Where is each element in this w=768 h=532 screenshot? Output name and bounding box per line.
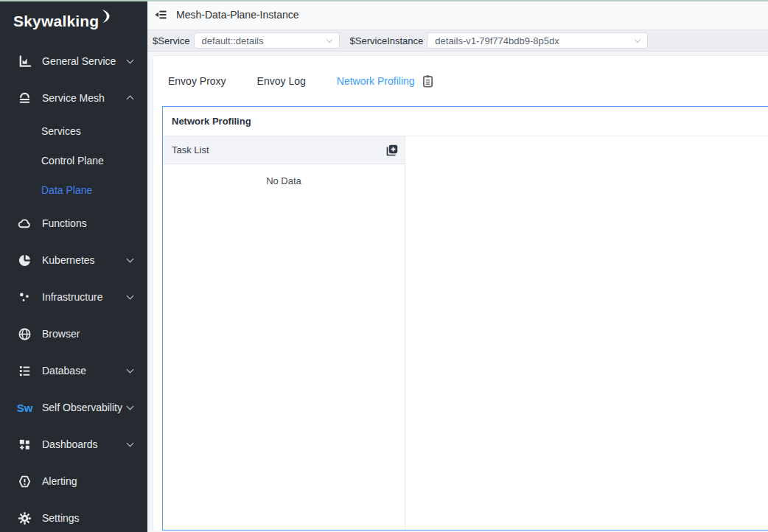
chevron-down-icon <box>326 36 332 42</box>
sidebar-item-label: General Service <box>42 55 128 67</box>
service-select-value: default::details <box>202 35 264 46</box>
sidebar-subitem-label: Services <box>41 125 81 137</box>
sidebar-item-general-service[interactable]: General Service <box>0 43 147 80</box>
sidebar-item-label: Kubernetes <box>42 254 128 266</box>
main-area: Mesh-Data-Plane-Instance $Service defaul… <box>147 0 768 532</box>
sidebar-item-label: Browser <box>42 328 133 340</box>
pie-icon <box>18 253 32 267</box>
sidebar-item-label: Settings <box>42 512 133 524</box>
panel-body: Task List No Da <box>163 136 768 530</box>
selector-bar: $Service default::details $ServiceInstan… <box>147 29 768 52</box>
service-instance-select-value: details-v1-79f774bdb9-8p5dx <box>435 35 559 46</box>
tab-envoy-log[interactable]: Envoy Log <box>257 75 306 87</box>
app-logo[interactable]: Skywalking <box>0 0 147 43</box>
instance-card: Envoy Proxy Envoy Log Network Profiling <box>153 55 768 531</box>
gear-icon <box>18 511 32 525</box>
sidebar-subitem-label: Control Plane <box>41 155 104 167</box>
skywalking-app: Skywalking General Service <box>0 0 768 532</box>
dashboard-icon <box>18 438 32 452</box>
sidebar-item-dashboards[interactable]: Dashboards <box>0 426 147 463</box>
panel-title: Network Profiling <box>163 107 768 136</box>
task-list-column: Task List No Da <box>163 136 405 530</box>
dots-icon <box>18 290 32 304</box>
fold-menu-icon[interactable] <box>153 7 168 22</box>
sidebar-item-functions[interactable]: Functions <box>0 205 147 242</box>
clipboard-icon[interactable] <box>422 74 434 88</box>
app-logo-text: Skywalking <box>13 13 99 30</box>
service-instance-select-label: $ServiceInstance <box>350 35 424 46</box>
crescent-moon-icon <box>100 9 111 27</box>
alert-icon <box>18 475 32 489</box>
tab-bar: Envoy Proxy Envoy Log Network Profiling <box>162 56 768 106</box>
tab-network-profiling-group: Network Profiling <box>337 74 434 88</box>
sidebar-item-label: Service Mesh <box>42 92 128 104</box>
sidebar-item-label: Functions <box>42 217 133 229</box>
service-select-label: $Service <box>153 35 190 46</box>
service-select[interactable]: default::details <box>194 32 340 49</box>
sidebar-item-label: Dashboards <box>42 438 128 450</box>
database-icon <box>18 364 32 378</box>
sidebar-item-alerting[interactable]: Alerting <box>0 463 147 500</box>
sw-logo-icon: Sw <box>18 401 32 415</box>
no-data-message: No Data <box>163 164 405 186</box>
chevron-down-icon <box>127 256 134 263</box>
globe-icon <box>18 327 32 341</box>
chevron-down-icon <box>635 36 640 42</box>
add-task-icon[interactable] <box>384 143 399 158</box>
chevron-down-icon <box>127 440 134 447</box>
cloud-icon <box>18 217 32 231</box>
sidebar-item-kubernetes[interactable]: Kubernetes <box>0 242 147 279</box>
chart-icon <box>18 55 32 69</box>
chevron-up-icon <box>127 96 134 103</box>
mesh-icon <box>18 91 32 105</box>
content-area: Envoy Proxy Envoy Log Network Profiling <box>147 55 768 532</box>
chevron-down-icon <box>127 403 134 410</box>
chevron-down-icon <box>127 293 134 300</box>
sidebar-item-label: Infrastructure <box>42 291 128 303</box>
task-list-title: Task List <box>172 144 209 155</box>
sidebar-item-self-observability[interactable]: Sw Self Observability <box>0 389 147 426</box>
page-title: Mesh-Data-Plane-Instance <box>176 9 299 21</box>
task-list-header: Task List <box>163 136 405 164</box>
tab-network-profiling[interactable]: Network Profiling <box>337 75 415 87</box>
sidebar-item-label: Database <box>42 365 128 377</box>
network-profiling-panel: Network Profiling Task List <box>162 106 768 531</box>
tab-envoy-proxy[interactable]: Envoy Proxy <box>168 75 226 87</box>
sidebar-item-label: Self Observability <box>42 402 128 413</box>
service-instance-select[interactable]: details-v1-79f774bdb9-8p5dx <box>427 32 648 49</box>
sidebar-item-control-plane[interactable]: Control Plane <box>0 146 147 175</box>
sidebar-item-infrastructure[interactable]: Infrastructure <box>0 279 147 315</box>
task-detail-area <box>405 136 768 530</box>
page-header: Mesh-Data-Plane-Instance <box>147 0 768 29</box>
sidebar-subitem-label: Data Plane <box>41 184 92 196</box>
sidebar-item-browser[interactable]: Browser <box>0 315 147 352</box>
chevron-down-icon <box>127 57 134 64</box>
sidebar-item-service-mesh[interactable]: Service Mesh <box>0 80 147 116</box>
sidebar-item-data-plane[interactable]: Data Plane <box>0 175 147 205</box>
top-accent-strip <box>0 0 768 1</box>
chevron-down-icon <box>127 366 134 374</box>
sidebar: Skywalking General Service <box>0 0 147 532</box>
sidebar-item-services[interactable]: Services <box>0 116 147 146</box>
sidebar-item-label: Alerting <box>42 475 133 487</box>
sidebar-item-settings[interactable]: Settings <box>0 500 147 532</box>
sidebar-item-database[interactable]: Database <box>0 352 147 389</box>
